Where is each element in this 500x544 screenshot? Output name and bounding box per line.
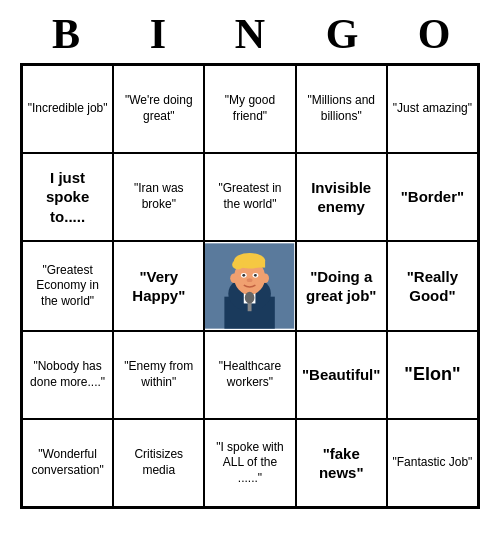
- bingo-cell-15[interactable]: "Nobody has done more....": [22, 331, 113, 419]
- bingo-cell-13[interactable]: "Doing a great job": [296, 241, 387, 331]
- bingo-cell-18[interactable]: "Beautiful": [296, 331, 387, 419]
- svg-point-12: [254, 274, 257, 277]
- bingo-cell-22[interactable]: "I spoke with ALL of the ......": [204, 419, 295, 507]
- bingo-cell-4[interactable]: "Just amazing": [387, 65, 478, 153]
- letter-n: N: [210, 10, 290, 58]
- bingo-cell-16[interactable]: "Enemy from within": [113, 331, 204, 419]
- bingo-cell-8[interactable]: Invisible enemy: [296, 153, 387, 241]
- bingo-cell-6[interactable]: "Iran was broke": [113, 153, 204, 241]
- letter-o: O: [394, 10, 474, 58]
- svg-point-8: [233, 260, 245, 270]
- bingo-cell-23[interactable]: "fake news": [296, 419, 387, 507]
- bingo-cell-5[interactable]: I just spoke to.....: [22, 153, 113, 241]
- bingo-cell-0[interactable]: "Incredible job": [22, 65, 113, 153]
- svg-point-13: [247, 278, 253, 282]
- letter-g: G: [302, 10, 382, 58]
- letter-b: B: [26, 10, 106, 58]
- bingo-cell-3[interactable]: "Millions and billions": [296, 65, 387, 153]
- bingo-cell-21[interactable]: Critisizes media: [113, 419, 204, 507]
- bingo-cell-1[interactable]: "We're doing great": [113, 65, 204, 153]
- bingo-cell-19[interactable]: "Elon": [387, 331, 478, 419]
- bingo-grid: "Incredible job""We're doing great""My g…: [20, 63, 480, 509]
- bingo-cell-10[interactable]: "Greatest Economy in the world": [22, 241, 113, 331]
- letter-i: I: [118, 10, 198, 58]
- bingo-header: B I N G O: [20, 0, 480, 63]
- svg-point-15: [262, 273, 270, 283]
- bingo-cell-24[interactable]: "Fantastic Job": [387, 419, 478, 507]
- svg-point-11: [243, 274, 246, 277]
- svg-point-17: [245, 292, 255, 304]
- bingo-cell-20[interactable]: "Wonderful conversation": [22, 419, 113, 507]
- bingo-cell-9[interactable]: "Border": [387, 153, 478, 241]
- bingo-cell-12[interactable]: [204, 241, 295, 331]
- bingo-cell-17[interactable]: "Healthcare workers": [204, 331, 295, 419]
- bingo-cell-11[interactable]: "Very Happy": [113, 241, 204, 331]
- svg-point-14: [231, 273, 239, 283]
- bingo-cell-7[interactable]: "Greatest in the world": [204, 153, 295, 241]
- bingo-cell-2[interactable]: "My good friend": [204, 65, 295, 153]
- bingo-cell-14[interactable]: "Really Good": [387, 241, 478, 331]
